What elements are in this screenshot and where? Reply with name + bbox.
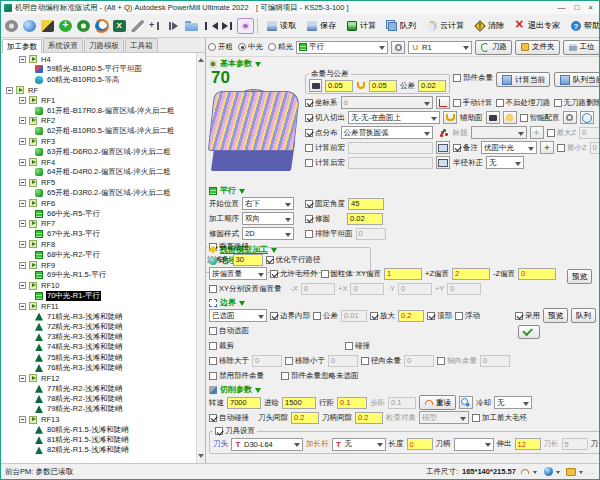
tree-item[interactable]: 74精光-R3-浅滩和陡峭 xyxy=(1,342,196,352)
reread-button[interactable]: 重读 xyxy=(419,395,456,410)
no-postprocess-checkbox[interactable]: 不后处理刀路 xyxy=(496,98,551,108)
radial-stock-checkbox[interactable]: 径向余量 xyxy=(361,356,401,366)
caret-icon[interactable] xyxy=(533,471,537,476)
boundary-preview-button[interactable]: 预览 xyxy=(543,308,568,323)
apply-check-button[interactable] xyxy=(518,325,540,339)
extension-select[interactable]: 无 xyxy=(332,438,386,451)
trim-checkbox[interactable]: 裁剪 xyxy=(209,341,234,351)
calc-current-button[interactable]: 计算当前 xyxy=(496,72,550,87)
highlight-button[interactable] xyxy=(503,111,517,124)
config-button[interactable] xyxy=(563,111,577,124)
tree-item[interactable]: RF xyxy=(1,85,196,95)
tree-item[interactable]: RF13 xyxy=(1,414,196,424)
tool-select[interactable]: R1 xyxy=(408,41,472,54)
boundary-mode-select[interactable]: 已选面 xyxy=(209,309,267,322)
exclude-flat-checkbox[interactable]: 排除平坦面 xyxy=(305,229,353,239)
tree-item[interactable]: 73精光-R3-浅滩和陡峭 xyxy=(1,332,196,342)
stepdown-field[interactable]: 0.1 xyxy=(388,397,416,409)
toolbar-button[interactable]: 保存 xyxy=(301,17,340,34)
tree-item[interactable]: RF12 xyxy=(1,373,196,383)
tree-toggle-icon[interactable] xyxy=(19,97,26,104)
shallow-angle-field[interactable]: 30 xyxy=(233,254,263,266)
tree-toggle-icon[interactable] xyxy=(19,282,26,289)
section-parallel[interactable]: 平行 xyxy=(209,185,596,196)
tree-toggle-icon[interactable] xyxy=(19,138,26,145)
left-tab[interactable]: 工具箱 xyxy=(125,38,158,52)
round-field[interactable]: 0.02 xyxy=(347,213,383,225)
adopt-checkbox[interactable]: 采用 xyxy=(515,311,540,321)
tree-item[interactable]: 78精光-R2-浅滩和陡峭 xyxy=(1,394,196,404)
tolerance-field[interactable]: 0.02 xyxy=(418,80,446,92)
run-icon[interactable] xyxy=(165,18,182,34)
tree-item[interactable]: H4 xyxy=(1,54,196,64)
tree-item[interactable]: RF3 xyxy=(1,136,196,146)
minus-y-field[interactable]: 0 xyxy=(398,283,432,295)
tree-item[interactable]: 68中光-R2-平行 xyxy=(1,250,196,260)
tree-toggle-icon[interactable] xyxy=(19,179,26,186)
tree-item[interactable]: 77精光-R2-浅滩和陡峭 xyxy=(1,384,196,394)
coolant-select[interactable]: 无 xyxy=(494,396,532,409)
toolbar-button[interactable]: 退出专家 xyxy=(509,17,564,34)
tree-item[interactable]: 82精光-R1.5-浅滩和陡峭 xyxy=(1,445,196,455)
stepover-field[interactable]: 0.1 xyxy=(337,397,367,409)
auto-select-checkbox[interactable]: 自动选面 xyxy=(209,326,249,336)
maximize-button[interactable]: □ xyxy=(574,3,579,12)
tree-toggle-icon[interactable] xyxy=(6,87,13,94)
max-z-field[interactable]: 0 xyxy=(579,127,599,139)
boundary-queue-button[interactable]: 队列 xyxy=(571,308,596,323)
tree-toggle-icon[interactable] xyxy=(19,117,26,124)
speed-field[interactable]: 7000 xyxy=(227,397,261,409)
gear-icon[interactable] xyxy=(75,18,92,34)
tree-item[interactable]: 81精光-R1.5-浅滩和陡峭 xyxy=(1,435,196,445)
minus-z-offset-field[interactable]: 0 xyxy=(518,268,556,280)
scroll-down-icon[interactable] xyxy=(198,454,204,461)
powermill-icon[interactable] xyxy=(93,18,110,34)
remark-checkbox[interactable]: 备注 xyxy=(453,143,478,153)
tool-head-select[interactable]: D30-L64 xyxy=(231,438,303,451)
left-tab[interactable]: 刀路模板 xyxy=(84,38,124,52)
title-select[interactable] xyxy=(471,126,527,139)
scroll-up-icon[interactable] xyxy=(198,55,204,62)
close-button[interactable]: × xyxy=(588,3,593,12)
queue-current-button[interactable]: 队列当前 xyxy=(554,72,599,87)
tree-item[interactable]: RF1 xyxy=(1,95,196,105)
remove-gt-field[interactable]: 0 xyxy=(252,355,282,367)
part-stock-checkbox[interactable]: 部件余量 xyxy=(453,73,493,83)
paint-icon[interactable] xyxy=(39,18,56,34)
tree-toggle-icon[interactable] xyxy=(19,262,26,269)
expand-field[interactable]: 0.2 xyxy=(398,310,424,322)
add-title-button[interactable] xyxy=(530,126,544,139)
collision-checkbox[interactable]: 碰撞 xyxy=(345,341,370,351)
toolbar-button[interactable]: 帮助 xyxy=(565,17,599,34)
strategy-settings-button[interactable] xyxy=(391,41,405,54)
tree-item[interactable]: 71精光-R3-浅滩和陡峭 xyxy=(1,311,196,321)
tree-item[interactable]: 65开粗-D3R0.2-偏置区域-淬火后二粗 xyxy=(1,188,196,198)
monitor-icon[interactable] xyxy=(436,141,450,154)
axial-stock-field[interactable]: 0.05 xyxy=(369,80,397,92)
folder-button[interactable]: 文件夹 xyxy=(515,40,560,55)
coord-select[interactable]: d xyxy=(341,96,433,109)
tree-item[interactable]: RF6 xyxy=(1,198,196,208)
insert-icon[interactable] xyxy=(147,18,164,34)
station-button[interactable]: 工位 xyxy=(563,40,600,55)
toolbar-button[interactable]: 计算 xyxy=(341,17,380,34)
point-dist-checkbox[interactable]: 点分布 xyxy=(305,128,338,138)
tree-item[interactable]: RF8 xyxy=(1,239,196,249)
post-macro-checkbox[interactable]: 计算后宏 xyxy=(305,158,345,168)
radial-stock-field[interactable]: 0.05 xyxy=(325,80,353,92)
search-button[interactable] xyxy=(459,396,473,409)
pre-macro-checkbox[interactable]: 计算前宏 xyxy=(305,143,345,153)
toolbar-button[interactable]: 读取 xyxy=(261,17,300,34)
shank-clearance-field[interactable]: 0.2 xyxy=(355,412,383,424)
ignore-unselected-checkbox[interactable]: 部件余量忽略未选面 xyxy=(281,371,359,381)
boundary-inner-checkbox[interactable]: 边界内部 xyxy=(270,311,310,321)
max-block-checkbox[interactable]: 加工最大毛坯 xyxy=(472,413,527,423)
remove-gt-checkbox[interactable]: 移除大于 xyxy=(209,356,249,366)
tool-setup-checkbox[interactable]: 刀具设置 xyxy=(215,426,255,436)
tree-toggle-icon[interactable] xyxy=(19,375,26,382)
auto-collision-checkbox[interactable]: 自动碰撞 xyxy=(209,413,249,423)
float-checkbox[interactable]: 浮动 xyxy=(455,311,480,321)
tree-item[interactable]: 80精光-R1.5-浅滩和陡峭 xyxy=(1,425,196,435)
leads-checkbox[interactable]: 切入切出 xyxy=(305,113,345,123)
tree-item[interactable]: 59精光-B10R0.5-平行平坦面 xyxy=(1,64,196,74)
